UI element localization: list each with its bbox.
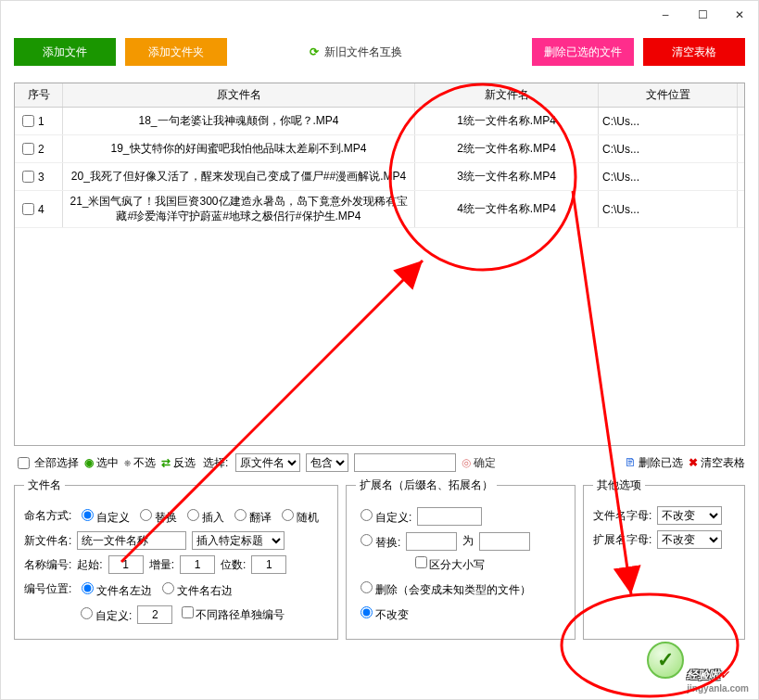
ext-replace-radio[interactable] <box>361 534 373 546</box>
delete-selected-link[interactable]: 🖹删除已选 <box>625 455 683 471</box>
minimize-button[interactable]: – <box>647 2 684 28</box>
invert-button[interactable]: ⇄反选 <box>161 455 196 471</box>
pos-custom-input[interactable] <box>137 605 172 624</box>
digits-input[interactable] <box>251 555 286 574</box>
extension-panel: 扩展名（后缀名、拓展名） 自定义: 替换:为 区分大小写 删除（会变成未知类型的… <box>346 477 576 640</box>
confirm-filter-button[interactable]: ◎确定 <box>462 455 496 471</box>
filter-field-select[interactable]: 原文件名 <box>235 453 300 472</box>
row-checkbox[interactable] <box>22 203 34 215</box>
target-icon: ◎ <box>462 456 471 469</box>
col-original[interactable]: 原文件名 <box>63 83 415 107</box>
swap-icon: ⇄ <box>161 456 171 469</box>
ext-from-input[interactable] <box>406 532 457 551</box>
case-sensitive-checkbox[interactable] <box>415 556 427 568</box>
row-checkbox[interactable] <box>22 143 34 155</box>
table-row[interactable]: 1 18_一句老婆让我神魂颠倒，你呢？.MP4 1统一文件名称.MP4 C:\U… <box>15 108 744 135</box>
filter-text-input[interactable] <box>354 453 456 472</box>
filename-panel: 文件名 命名方式: 自定义 替换 插入 翻译 随机 新文件名: 插入特定标题 名… <box>14 477 338 640</box>
delete-selected-button[interactable]: 删除已选的文件 <box>532 38 634 66</box>
clear-table-link[interactable]: ✖清空表格 <box>689 455 745 471</box>
row-checkbox[interactable] <box>22 115 34 127</box>
pos-right-radio[interactable] <box>162 582 174 594</box>
unselect-button[interactable]: ⎈不选 <box>124 455 156 471</box>
table-row[interactable]: 4 21_米国气疯了！我国巨资300亿建造永暑岛，岛下竟意外发现稀有宝藏#珍爱海… <box>15 191 744 228</box>
start-input[interactable] <box>108 555 144 574</box>
filename-case-select[interactable]: 不改变 <box>657 506 722 525</box>
pos-left-radio[interactable] <box>82 582 94 594</box>
mode-insert-radio[interactable] <box>187 509 199 521</box>
mode-replace-radio[interactable] <box>140 509 152 521</box>
ext-to-input[interactable] <box>479 532 530 551</box>
new-filename-input[interactable] <box>77 531 186 550</box>
confirm-button[interactable] <box>647 642 684 679</box>
row-checkbox[interactable] <box>22 171 34 183</box>
table-row[interactable]: 3 20_我死了但好像又活了，醒来发现自己变成了僵尸##漫画解说.MP4 3统一… <box>15 163 744 191</box>
swap-label: 新旧文件名互换 <box>324 45 402 60</box>
add-file-button[interactable]: 添加文件 <box>14 38 116 66</box>
add-folder-button[interactable]: 添加文件夹 <box>125 38 227 66</box>
ext-custom-radio[interactable] <box>361 509 373 521</box>
ext-delete-radio[interactable] <box>361 581 373 593</box>
mode-custom-radio[interactable] <box>82 509 94 521</box>
other-panel: 其他选项 文件名字母:不改变 扩展名字母:不改变 <box>583 477 745 640</box>
close-button[interactable]: ✕ <box>721 2 758 28</box>
swap-names-button[interactable]: ⟳ 新旧文件名互换 <box>310 45 402 60</box>
ext-case-select[interactable]: 不改变 <box>657 530 722 549</box>
ext-custom-input[interactable] <box>417 507 482 526</box>
clear-icon: ✖ <box>689 456 698 469</box>
check-icon: ◉ <box>84 456 94 469</box>
watermark: 经验啦✓ jingyanla.com <box>687 667 749 694</box>
pos-custom-radio[interactable] <box>81 607 93 619</box>
mode-translate-radio[interactable] <box>234 509 247 521</box>
select-button[interactable]: ◉选中 <box>84 455 119 471</box>
select-all-checkbox[interactable] <box>18 457 30 469</box>
step-input[interactable] <box>180 555 215 574</box>
filter-op-select[interactable]: 包含 <box>306 453 348 472</box>
col-path[interactable]: 文件位置 <box>599 83 738 107</box>
table-row[interactable]: 2 19_快艾特你的好闺蜜吧我怕他品味太差刷不到.MP4 2统一文件名称.MP4… <box>15 135 744 163</box>
mode-random-radio[interactable] <box>282 509 294 521</box>
diff-path-checkbox[interactable] <box>182 606 194 618</box>
insert-title-select[interactable]: 插入特定标题 <box>192 531 285 550</box>
refresh-icon: ⟳ <box>310 45 319 58</box>
delete-icon: 🖹 <box>625 456 636 469</box>
clear-table-button[interactable]: 清空表格 <box>643 38 745 66</box>
anchor-icon: ⎈ <box>124 456 131 469</box>
ext-nochange-radio[interactable] <box>361 606 373 618</box>
maximize-button[interactable]: ☐ <box>684 2 721 28</box>
file-table: 序号 原文件名 新文件名 文件位置 1 18_一句老婆让我神魂颠倒，你呢？.MP… <box>14 83 745 446</box>
col-index[interactable]: 序号 <box>15 83 63 107</box>
col-new[interactable]: 新文件名 <box>415 83 599 107</box>
